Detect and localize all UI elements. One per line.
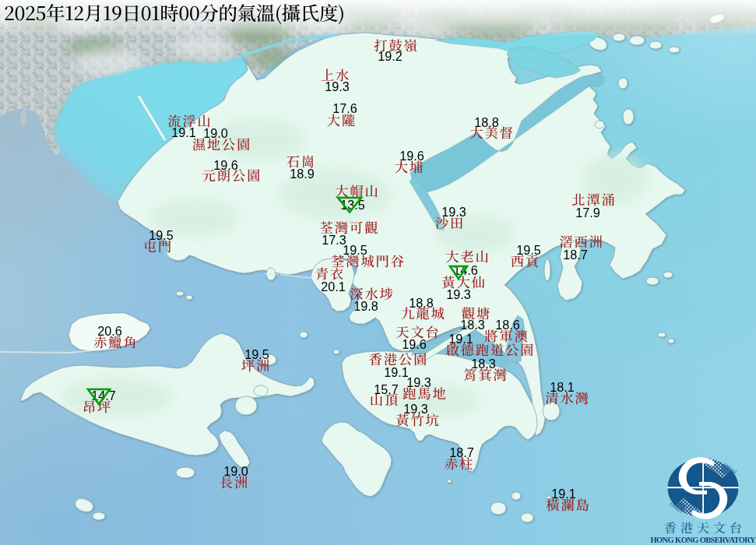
svg-text:18.6: 18.6 — [495, 318, 520, 332]
svg-text:18.1: 18.1 — [550, 380, 575, 394]
svg-text:18.7: 18.7 — [563, 248, 588, 262]
svg-text:19.1: 19.1 — [551, 487, 576, 501]
svg-text:19.1: 19.1 — [384, 365, 409, 379]
svg-text:20.1: 20.1 — [321, 280, 346, 294]
svg-text:19.0: 19.0 — [223, 464, 248, 478]
svg-text:19.5: 19.5 — [343, 243, 367, 257]
svg-text:19.5: 19.5 — [244, 347, 269, 361]
svg-text:17.6: 17.6 — [332, 101, 357, 115]
svg-text:19.1: 19.1 — [171, 125, 196, 139]
svg-text:15.7: 15.7 — [374, 382, 399, 396]
svg-text:19.0: 19.0 — [203, 126, 228, 140]
svg-text:HONG KONG OBSERVATORY: HONG KONG OBSERVATORY — [651, 536, 756, 544]
svg-text:19.3: 19.3 — [406, 375, 431, 389]
svg-text:19.1: 19.1 — [448, 332, 473, 346]
svg-text:18.9: 18.9 — [290, 167, 315, 181]
svg-text:19.5: 19.5 — [149, 228, 174, 242]
svg-text:19.3: 19.3 — [403, 402, 428, 416]
svg-text:19.2: 19.2 — [378, 49, 403, 63]
svg-text:19.6: 19.6 — [213, 158, 238, 172]
svg-text:20.6: 20.6 — [97, 324, 122, 338]
svg-text:19.6: 19.6 — [402, 337, 427, 351]
svg-text:18.8: 18.8 — [474, 115, 499, 129]
svg-text:18.7: 18.7 — [449, 445, 474, 459]
svg-text:18.8: 18.8 — [409, 296, 434, 310]
svg-text:19.6: 19.6 — [399, 149, 424, 163]
svg-text:19.3: 19.3 — [441, 205, 466, 219]
svg-text:17.9: 17.9 — [575, 206, 600, 220]
svg-text:18.3: 18.3 — [471, 357, 496, 371]
svg-text:19.3: 19.3 — [446, 287, 471, 301]
svg-text:18.3: 18.3 — [460, 318, 485, 332]
svg-text:19.5: 19.5 — [516, 243, 541, 257]
svg-text:19.8: 19.8 — [353, 299, 378, 313]
svg-text:19.3: 19.3 — [325, 79, 350, 93]
